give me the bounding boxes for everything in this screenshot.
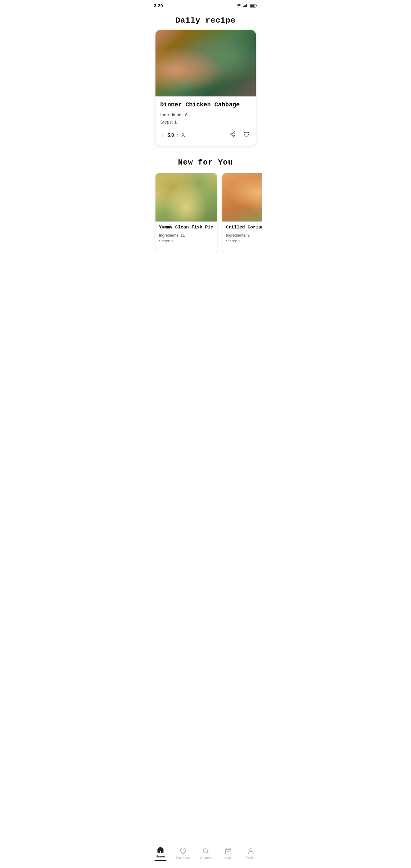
nav-label-home: Home: [156, 855, 165, 858]
daily-recipe-name: Dinner Chicken Cabbage: [160, 101, 251, 108]
nav-label-profile: Profile: [246, 856, 255, 860]
svg-point-8: [233, 132, 235, 133]
user-icon: [180, 133, 186, 138]
recipe-card-name: Grilled Coriander Prawn Kebabs: [226, 224, 262, 230]
heart-icon: [243, 131, 250, 138]
svg-point-9: [230, 133, 232, 135]
svg-line-14: [207, 852, 209, 854]
svg-line-11: [231, 135, 233, 136]
list-item[interactable]: Grilled Coriander Prawn Kebabs Ingredien…: [222, 173, 262, 253]
recipe-footer: ☆ 5.0 1: [160, 130, 251, 141]
svg-rect-5: [250, 4, 254, 7]
recipes-horizontal-scroll: Yummy Clean Fish Pie Ingredients: 11Step…: [149, 173, 262, 253]
svg-rect-2: [245, 4, 246, 7]
nav-label-search: Search: [200, 856, 211, 860]
favorite-button[interactable]: [242, 130, 251, 141]
svg-point-7: [182, 133, 184, 135]
recipe-card-image: [222, 173, 262, 221]
daily-recipe-meta: Ingredients: 8 Steps: 1: [160, 111, 251, 126]
svg-line-12: [231, 133, 233, 134]
recipe-card-name: Yummy Clean Fish Pie: [159, 224, 213, 230]
recipe-card-meta: Ingredients: 9Steps: 1: [226, 232, 262, 244]
status-icons: [236, 4, 257, 7]
svg-rect-1: [244, 5, 245, 7]
status-bar: 3:29: [149, 0, 262, 10]
daily-recipe-info: Dinner Chicken Cabbage Ingredients: 8 St…: [156, 96, 256, 146]
svg-rect-0: [243, 6, 244, 7]
user-count: 1: [177, 133, 186, 138]
nav-active-indicator: [154, 860, 166, 861]
share-icon: [229, 131, 236, 138]
status-time: 3:29: [154, 3, 163, 8]
rating-score: 5.0: [167, 133, 174, 138]
nav-item-search[interactable]: Search: [194, 846, 217, 861]
daily-recipe-image: [156, 30, 256, 96]
svg-point-10: [233, 135, 235, 137]
nav-item-favorites[interactable]: Favorites: [172, 846, 194, 861]
recipe-actions: [228, 130, 251, 141]
svg-rect-6: [256, 5, 257, 6]
star-icon: ☆: [160, 132, 165, 138]
recipe-rating: ☆ 5.0 1: [160, 132, 186, 138]
nav-label-favorites: Favorites: [176, 856, 190, 860]
svg-rect-3: [246, 4, 247, 7]
signal-icon: [243, 4, 248, 7]
favorites-icon: [179, 847, 187, 855]
section-title: New for You: [149, 155, 262, 173]
daily-recipe-card[interactable]: Dinner Chicken Cabbage Ingredients: 8 St…: [155, 30, 256, 146]
nav-label-cart: Cart: [225, 856, 231, 860]
recipe-card-image: [156, 173, 217, 221]
nav-item-profile[interactable]: Profile: [240, 846, 262, 861]
recipe-card-meta: Ingredients: 11Steps: 1: [159, 232, 213, 244]
home-icon: [157, 846, 164, 853]
cart-icon: [224, 847, 232, 855]
recipe-card-info: Yummy Clean Fish Pie Ingredients: 11Step…: [156, 221, 217, 247]
battery-icon: [250, 4, 257, 7]
profile-icon: [247, 847, 254, 855]
page-title: Daily recipe: [149, 10, 262, 30]
svg-point-16: [250, 849, 252, 851]
nav-item-cart[interactable]: Cart: [217, 846, 240, 861]
search-icon: [202, 847, 209, 855]
recipe-card-info: Grilled Coriander Prawn Kebabs Ingredien…: [222, 221, 262, 247]
list-item[interactable]: Yummy Clean Fish Pie Ingredients: 11Step…: [155, 173, 217, 253]
share-button[interactable]: [228, 130, 237, 141]
nav-item-home[interactable]: Home: [149, 845, 172, 862]
bottom-nav: Home Favorites Search Cart Profile: [149, 842, 262, 868]
wifi-icon: [236, 4, 241, 7]
